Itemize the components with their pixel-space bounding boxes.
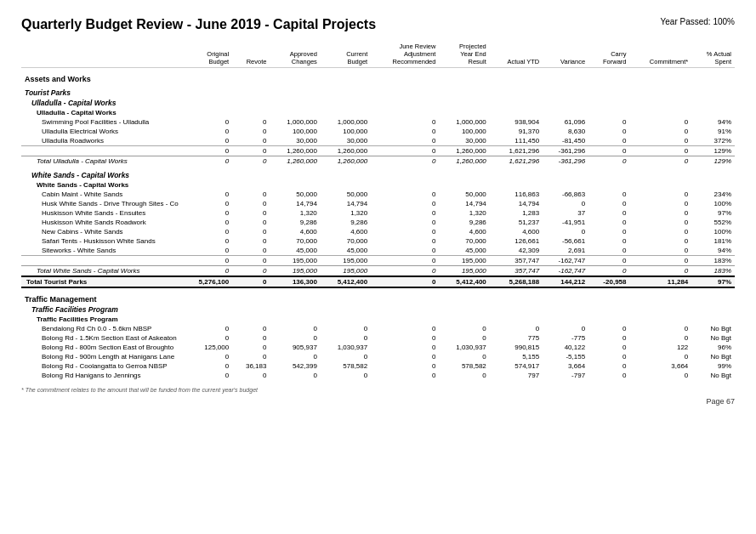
col-original-budget: OriginalBudget (182, 41, 232, 68)
col-revote: Revote (232, 41, 270, 68)
recommended-label: Recommended (393, 58, 436, 65)
col-description (21, 41, 182, 68)
total-tourist-parks-label: Total Tourist Parks (21, 276, 182, 287)
white-sands-group-italic: White Sands - Capital Works (21, 166, 735, 180)
section-traffic-management: Traffic Management (21, 287, 735, 304)
white-sands-subheader: White Sands - Capital Works (21, 180, 735, 190)
total-ulladulla-label: Total Ulladulla - Capital Works (21, 156, 182, 167)
table-row: Bolong Rd - 1.5Km Section East of Askeat… (21, 333, 735, 343)
col-approved-changes: ApprovedChanges (270, 41, 320, 68)
table-row: 0 0 195,000 195,000 0 195,000 357,747 -1… (21, 256, 735, 266)
col-pct-actual: % ActualSpent (691, 41, 735, 68)
table-row: 0 0 1,260,000 1,260,000 0 1,260,000 1,62… (21, 146, 735, 156)
table-row: Safari Tents - Huskisson White Sands 0 0… (21, 236, 735, 246)
white-sands-bold-header: White Sands - Capital Works (21, 180, 735, 190)
original: 0 (182, 117, 232, 127)
year-passed: Year Passed: 100% (661, 17, 735, 26)
col-june-review: June ReviewAdjustmentRecommended (371, 41, 439, 68)
pct: 94% (691, 117, 735, 127)
table-row: Bolong Rd - Coolangatta to Gerroa NBSP 0… (21, 361, 735, 371)
col-variance: Variance (543, 41, 588, 68)
ulladulla-subheader: Ulladulla - Capital Works (21, 108, 735, 117)
traffic-facilities-bold-label: Traffic Facilities Program (21, 315, 735, 324)
row-label: Swimming Pool Facilities - Ulladulla (21, 117, 182, 127)
col-carry-forward: CarryForward (588, 41, 629, 68)
table-row: Huskisson White Sands Roadwork 0 0 9,286… (21, 218, 735, 227)
subsection-tourist-parks: Tourist Parks (21, 84, 735, 98)
row-label (21, 146, 182, 156)
table-row: Bendalong Rd Ch 0.0 - 5.6km NBSP 0 0 0 0… (21, 324, 735, 333)
carry: 0 (588, 117, 629, 127)
table-row: Bolong Rd Hanigans to Jennings 0 0 0 0 0… (21, 371, 735, 380)
page-number: Page 67 (21, 397, 735, 406)
current: 1,000,000 (321, 117, 371, 127)
row-label: Ulladulla Roadworks (21, 136, 182, 146)
total-tourist-parks-row: Total Tourist Parks 5,276,100 0 136,300 … (21, 276, 735, 287)
traffic-management-label: Traffic Management (21, 287, 735, 304)
white-sands-italic-header: White Sands - Capital Works (21, 166, 735, 180)
ulladulla-bold-header: Ulladulla - Capital Works (21, 108, 735, 117)
ulladulla-italic-header: Ulladulla - Capital Works (21, 98, 735, 108)
page-title: Quarterly Budget Review - June 2019 - Ca… (21, 17, 376, 32)
actual-ytd: 938,904 (490, 117, 543, 127)
footer-note: * The commitment relates to the amount t… (21, 387, 735, 393)
col-current-budget: CurrentBudget (321, 41, 371, 68)
page-header: Quarterly Budget Review - June 2019 - Ca… (21, 17, 735, 32)
assets-works-label: Assets and Works (21, 68, 735, 85)
table-row: Bolong Rd - 800m Section East of Brought… (21, 343, 735, 352)
revote: 0 (232, 117, 270, 127)
commitment: 0 (630, 117, 692, 127)
variance: 61,096 (543, 117, 588, 127)
traffic-facilities-italic-label: Traffic Facilities Program (21, 304, 735, 315)
table-row: Huskisson White Sands - Ensuites 0 0 1,3… (21, 208, 735, 218)
traffic-facilities-subheader: Traffic Facilities Program (21, 315, 735, 324)
traffic-facilities-italic: Traffic Facilities Program (21, 304, 735, 315)
june-adj: 0 (371, 117, 439, 127)
col-commitment: Commitment* (630, 41, 692, 68)
table-row: Ulladulla Electrical Works 0 0 100,000 1… (21, 127, 735, 136)
table-row: Husk White Sands - Drive Through Sites -… (21, 199, 735, 208)
tourist-parks-label: Tourist Parks (21, 84, 735, 98)
total-white-sands-row: Total White Sands - Capital Works 0 0 19… (21, 266, 735, 277)
budget-table: OriginalBudget Revote ApprovedChanges Cu… (21, 41, 735, 380)
approved: 1,000,000 (270, 117, 320, 127)
ulladulla-group-italic: Ulladulla - Capital Works (21, 98, 735, 108)
projected: 1,000,000 (439, 117, 489, 127)
total-ulladulla-row: Total Ulladulla - Capital Works 0 0 1,26… (21, 156, 735, 167)
col-projected: ProjectedYear EndResult (439, 41, 489, 68)
table-row: Siteworks - White Sands 0 0 45,000 45,00… (21, 246, 735, 256)
section-assets-works: Assets and Works (21, 68, 735, 85)
table-row: Bolong Rd - 900m Length at Hanigans Lane… (21, 352, 735, 361)
row-label: Ulladulla Electrical Works (21, 127, 182, 136)
column-headers: OriginalBudget Revote ApprovedChanges Cu… (21, 41, 735, 68)
table-row: Ulladulla Roadworks 0 0 30,000 30,000 0 … (21, 136, 735, 146)
table-row: New Cabins - White Sands 0 0 4,600 4,600… (21, 227, 735, 236)
table-row: Swimming Pool Facilities - Ulladulla 0 0… (21, 117, 735, 127)
col-actual-ytd: Actual YTD (490, 41, 543, 68)
table-row: Cabin Maint - White Sands 0 0 50,000 50,… (21, 190, 735, 199)
